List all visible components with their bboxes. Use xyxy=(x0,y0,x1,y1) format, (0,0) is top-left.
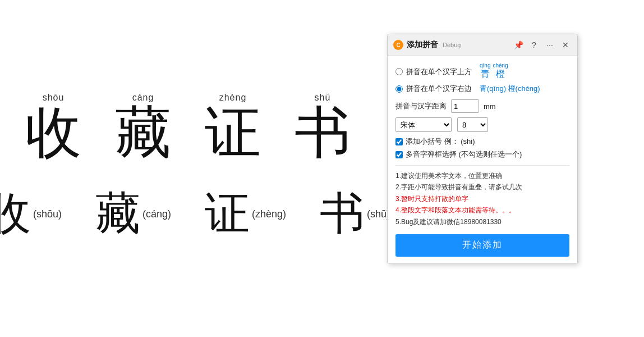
pinyin-cang-2: (cáng) xyxy=(142,208,171,220)
note-3: 3.暂时只支持打散的单字 xyxy=(395,193,569,204)
char-item-0: shōu 收 xyxy=(25,93,81,161)
char-item-1: cáng 藏 xyxy=(115,93,171,161)
distance-label: 拼音与汉字距离 xyxy=(395,101,447,111)
radio-above[interactable] xyxy=(395,68,403,75)
pinyin-shou-2: (shōu) xyxy=(33,208,62,220)
note-1: 1.建议使用美术字文本，位置更准确 xyxy=(395,170,569,181)
radio-option-above[interactable]: 拼音在单个汉字上方 qīng 青 chéng 橙 xyxy=(395,63,569,80)
preview-cheng-pinyin: chéng xyxy=(493,63,508,69)
help-button[interactable]: ? xyxy=(528,39,540,51)
canvas-area: shōu 收 cáng 藏 zhèng 证 shū 书 收(shōu) 藏(cá… xyxy=(0,0,376,337)
dialog-body: 拼音在单个汉字上方 qīng 青 chéng 橙 拼音在单个汉字右边 青(qīn… xyxy=(388,56,577,263)
checkbox-group: 添加小括号 例： (shi) 多音字弹框选择 (不勾选则任选一个) xyxy=(395,136,569,160)
preview-qing-pinyin: qīng xyxy=(480,63,490,69)
checkbox1-label: 添加小括号 例： (shi) xyxy=(406,136,475,147)
preview-cheng: chéng 橙 xyxy=(493,63,508,80)
radio-option-right[interactable]: 拼音在单个汉字右边 青(qīng) 橙(chéng) xyxy=(395,84,569,94)
char-inline-3: 书(shū) xyxy=(320,184,390,244)
char-inline-1: 藏(cáng) xyxy=(95,184,171,244)
char-shou-2: 收 xyxy=(0,184,31,244)
char-shou: 收 xyxy=(25,105,81,161)
preview-right: 青(qīng) 橙(chéng) xyxy=(480,84,540,94)
char-row-1: shōu 收 cáng 藏 zhèng 证 shū 书 xyxy=(25,93,351,161)
pinyin-zheng-2: (zhèng) xyxy=(252,208,286,220)
dialog-panel: C 添加拼音 Debug 📌 ? ··· ✕ 拼音在单个汉字上方 qīng 青 … xyxy=(387,34,578,264)
start-button[interactable]: 开始添加 xyxy=(395,234,569,257)
notes-section: 1.建议使用美术字文本，位置更准确 2.字距小可能导致拼音有重叠，请多试几次 3… xyxy=(395,170,569,227)
char-item-3: shū 书 xyxy=(295,93,351,161)
preview-qing-char: 青 xyxy=(481,69,490,80)
char-shu-2: 书 xyxy=(320,184,365,244)
checkbox-poly[interactable] xyxy=(395,151,403,158)
radio-right-label: 拼音在单个汉字右边 xyxy=(406,84,472,94)
note-4: 4.整段文字和段落文本功能需等待。。。 xyxy=(395,204,569,216)
note-5: 5.Bug及建议请加微信18980081330 xyxy=(395,216,569,227)
preview-above: qīng 青 chéng 橙 xyxy=(480,63,508,80)
dialog-title: 添加拼音 xyxy=(407,40,438,50)
preview-qing: qīng 青 xyxy=(480,63,490,80)
radio-group: 拼音在单个汉字上方 qīng 青 chéng 橙 拼音在单个汉字右边 青(qīn… xyxy=(395,63,569,94)
char-inline-0: 收(shōu) xyxy=(0,184,62,244)
note-2: 2.字距小可能导致拼音有重叠，请多试几次 xyxy=(395,181,569,193)
distance-row: 拼音与汉字距离 mm xyxy=(395,99,569,113)
radio-right[interactable] xyxy=(395,85,403,93)
char-item-2: zhèng 证 xyxy=(205,93,261,161)
preview-cheng-char: 橙 xyxy=(496,69,505,80)
app-logo: C xyxy=(393,40,403,50)
pin-button[interactable]: 📌 xyxy=(512,39,525,51)
dialog-debug-label: Debug xyxy=(443,42,461,48)
size-select[interactable]: 8 10 12 xyxy=(457,117,488,132)
char-row-2: 收(shōu) 藏(cáng) 证(zhèng) 书(shū) xyxy=(0,184,390,244)
char-shu: 书 xyxy=(295,105,351,161)
char-inline-2: 证(zhèng) xyxy=(205,184,286,244)
more-button[interactable]: ··· xyxy=(544,39,556,51)
checkbox-option-1[interactable]: 添加小括号 例： (shi) xyxy=(395,136,569,147)
pinyin-shu-2: (shū) xyxy=(367,208,390,220)
checkbox2-label: 多音字弹框选择 (不勾选则任选一个) xyxy=(406,149,522,160)
checkbox-option-2[interactable]: 多音字弹框选择 (不勾选则任选一个) xyxy=(395,149,569,160)
distance-unit: mm xyxy=(484,102,496,111)
font-select[interactable]: 宋体 黑体 楷体 xyxy=(395,117,452,132)
char-zheng-2: 证 xyxy=(205,184,250,244)
close-button[interactable]: ✕ xyxy=(559,39,572,51)
font-row: 宋体 黑体 楷体 8 10 12 xyxy=(395,117,569,132)
distance-input[interactable] xyxy=(451,99,479,113)
char-zheng: 证 xyxy=(205,105,261,161)
char-cang: 藏 xyxy=(115,105,171,161)
radio-above-label: 拼音在单个汉字上方 xyxy=(406,67,472,77)
char-cang-2: 藏 xyxy=(95,184,140,244)
dialog-titlebar: C 添加拼音 Debug 📌 ? ··· ✕ xyxy=(388,34,577,56)
checkbox-parentheses[interactable] xyxy=(395,138,403,145)
divider xyxy=(395,165,569,166)
